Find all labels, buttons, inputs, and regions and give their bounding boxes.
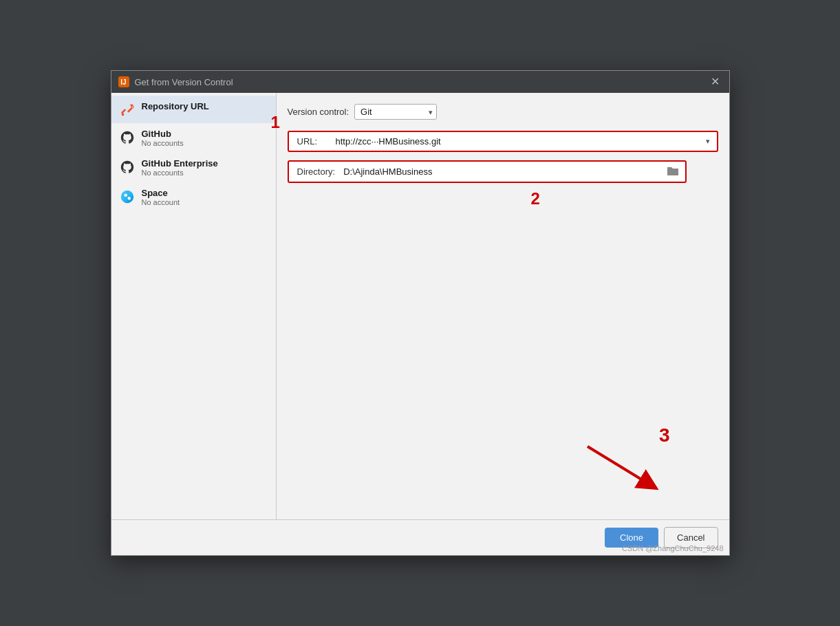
sidebar-item-space-title: Space xyxy=(142,188,180,198)
version-control-select[interactable]: Git Mercurial xyxy=(354,104,437,120)
main-panel: Version control: Git Mercurial URL: ▾ xyxy=(277,93,729,519)
app-icon: IJ xyxy=(118,76,129,87)
svg-point-0 xyxy=(121,114,124,116)
github-icon xyxy=(120,130,135,145)
dialog-footer: Clone Cancel CSDN @ZhangChuChu_9248 xyxy=(111,519,729,555)
git-icon xyxy=(120,102,135,118)
arrow-svg xyxy=(581,440,663,495)
svg-point-2 xyxy=(120,191,133,203)
version-control-select-wrapper[interactable]: Git Mercurial xyxy=(354,104,437,120)
svg-point-1 xyxy=(130,105,133,107)
directory-input[interactable] xyxy=(341,164,663,180)
sidebar: Repository URL GitHub No accounts xyxy=(111,93,277,519)
url-label: URL: xyxy=(292,136,333,147)
sidebar-item-repository-url-title: Repository URL xyxy=(142,101,209,111)
arrow-annotation: 3 xyxy=(288,424,718,508)
url-dropdown-button[interactable]: ▾ xyxy=(702,134,714,149)
url-row: URL: ▾ xyxy=(288,131,718,152)
get-from-version-control-dialog: IJ Get from Version Control ✕ Repository… xyxy=(111,70,730,556)
directory-label: Directory: xyxy=(292,166,341,177)
sidebar-item-repository-url[interactable]: Repository URL xyxy=(111,96,276,123)
sidebar-item-github-enterprise[interactable]: GitHub Enterprise No accounts xyxy=(111,153,276,182)
dialog-title: Get from Version Control xyxy=(135,77,702,87)
watermark: CSDN @ZhangChuChu_9248 xyxy=(622,544,724,552)
sidebar-item-space-subtitle: No account xyxy=(142,198,180,206)
dialog-body: Repository URL GitHub No accounts xyxy=(111,93,729,519)
title-bar: IJ Get from Version Control ✕ xyxy=(111,71,729,93)
sidebar-item-space[interactable]: Space No account xyxy=(111,182,276,212)
annotation-2: 2 xyxy=(531,189,540,208)
sidebar-item-space-content: Space No account xyxy=(142,188,180,206)
svg-line-4 xyxy=(588,446,649,484)
version-control-label: Version control: xyxy=(288,107,349,117)
directory-browse-button[interactable] xyxy=(663,163,682,180)
annotation-3: 3 xyxy=(659,424,670,446)
sidebar-item-github-subtitle: No accounts xyxy=(142,139,184,147)
version-control-row: Version control: Git Mercurial xyxy=(288,104,718,120)
sidebar-item-github[interactable]: GitHub No accounts xyxy=(111,123,276,153)
close-button[interactable]: ✕ xyxy=(708,75,722,89)
sidebar-item-repository-url-content: Repository URL xyxy=(142,101,209,111)
sidebar-item-github-title: GitHub xyxy=(142,129,184,139)
folder-icon xyxy=(667,166,678,175)
github-enterprise-icon xyxy=(120,160,135,175)
sidebar-item-github-enterprise-content: GitHub Enterprise No accounts xyxy=(142,158,218,177)
sidebar-item-github-enterprise-subtitle: No accounts xyxy=(142,169,218,177)
space-icon xyxy=(120,189,135,204)
directory-row: Directory: xyxy=(288,160,687,183)
sidebar-item-github-content: GitHub No accounts xyxy=(142,129,184,147)
sidebar-item-github-enterprise-title: GitHub Enterprise xyxy=(142,158,218,169)
url-input[interactable] xyxy=(333,133,702,149)
